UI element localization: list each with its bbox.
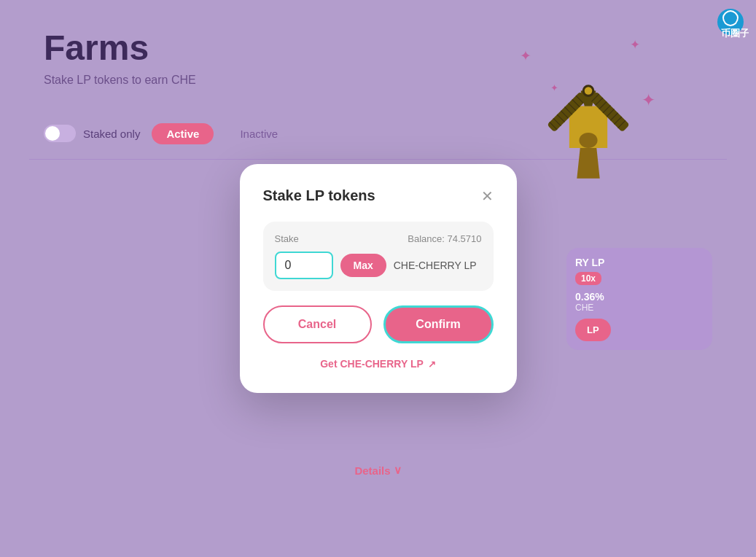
svg-rect-9 — [579, 133, 597, 148]
stake-modal: Stake LP tokens ✕ Stake Balance: 74.5710… — [240, 164, 517, 393]
stake-row-top: Stake Balance: 74.5710 — [275, 233, 482, 244]
token-label: CHE-CHERRY LP — [394, 260, 477, 271]
staked-only-toggle-container: Staked only — [44, 125, 140, 142]
modal-header: Stake LP tokens ✕ — [263, 187, 494, 204]
farm-card-che: CHE — [575, 303, 704, 313]
farm-card-title: RY LP — [575, 257, 704, 268]
cancel-button[interactable]: Cancel — [263, 305, 372, 343]
farm-card-background: RY LP 10x 0.36% CHE LP — [566, 248, 712, 350]
staked-only-label: Staked only — [83, 128, 140, 140]
svg-text:币圈子: 币圈子 — [721, 28, 749, 39]
get-lp-label: Get CHE-CHERRY LP — [320, 358, 424, 370]
farm-card-multiplier: 10x — [575, 272, 601, 285]
svg-point-11 — [585, 87, 592, 94]
logo: 币圈子 — [690, 7, 749, 44]
modal-buttons: Cancel Confirm — [263, 305, 494, 343]
modal-title: Stake LP tokens — [263, 187, 375, 204]
svg-text:✦: ✦ — [631, 38, 641, 52]
max-button[interactable]: Max — [340, 254, 386, 277]
stake-input-section: Stake Balance: 74.5710 Max CHE-CHERRY LP — [263, 222, 494, 291]
get-lp-link[interactable]: Get CHE-CHERRY LP ↗ — [263, 358, 494, 370]
stake-input-row: Max CHE-CHERRY LP — [275, 252, 482, 279]
confirm-button[interactable]: Confirm — [383, 305, 494, 343]
page-background: 币圈子 ✦ ✦ ✦ ✦ — [0, 0, 756, 557]
svg-text:✦: ✦ — [550, 83, 558, 93]
farm-stake-button-bg[interactable]: LP — [575, 319, 611, 341]
staked-only-toggle[interactable] — [44, 125, 76, 142]
windmill-illustration: ✦ ✦ ✦ ✦ — [508, 15, 669, 182]
details-label: Details — [354, 464, 390, 477]
details-link[interactable]: Details ∨ — [354, 464, 401, 477]
svg-text:✦: ✦ — [642, 90, 655, 109]
balance-label: Balance: 74.5710 — [408, 233, 481, 244]
tab-inactive[interactable]: Inactive — [225, 123, 292, 144]
tab-active[interactable]: Active — [152, 123, 214, 144]
external-link-icon: ↗ — [428, 359, 436, 370]
stake-label: Stake — [275, 233, 299, 244]
stake-input[interactable] — [275, 252, 333, 279]
modal-close-button[interactable]: ✕ — [481, 189, 494, 203]
svg-text:✦: ✦ — [520, 48, 531, 63]
details-chevron-icon: ∨ — [394, 464, 402, 477]
farm-card-percent: 0.36% — [575, 291, 704, 303]
